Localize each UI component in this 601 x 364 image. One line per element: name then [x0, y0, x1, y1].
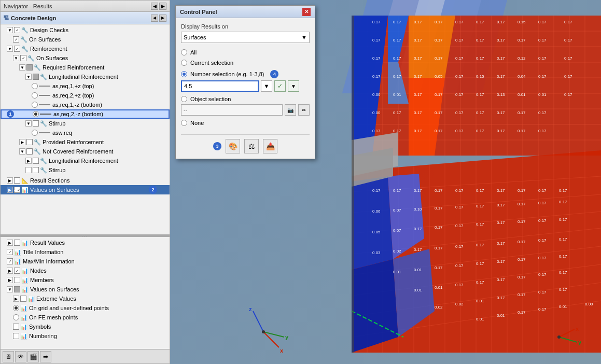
maxmin-info-item[interactable]: 📊 Max/Min Information: [1, 257, 170, 266]
title-info-item[interactable]: 📊 Title Information: [1, 247, 170, 257]
result-sections-item[interactable]: ▶ 📐 Result Sections: [1, 176, 170, 185]
longitudinal-reinf-checkbox[interactable]: [33, 74, 39, 80]
design-checks-item[interactable]: ▼ 🔧 Design Checks: [1, 25, 170, 35]
longitudinal-reinf-item[interactable]: ▼ 🔧 Longitudinal Reinforcement: [1, 72, 170, 81]
surfaces-dropdown[interactable]: Surfaces ▼: [181, 32, 310, 43]
expand-nc-longitudinal[interactable]: ▶: [25, 158, 32, 164]
expand-not-covered-reinf[interactable]: ▼: [19, 148, 25, 155]
expand-stirrup[interactable]: ▼: [25, 120, 32, 127]
nav-expand-button[interactable]: ▶: [159, 3, 166, 10]
numbering-item[interactable]: 📊 Numbering: [1, 331, 170, 341]
stirrup-checkbox[interactable]: [33, 120, 39, 127]
values-surfaces-2-item[interactable]: ▼ 📊 Values on Surfaces: [1, 285, 170, 294]
values-surfaces-2-checkbox[interactable]: [14, 286, 20, 292]
toolbar-arrow-button[interactable]: ➡: [40, 351, 51, 362]
result-values-checkbox[interactable]: [14, 240, 20, 246]
nc-stirrup-item[interactable]: 🔧 Stirrup: [1, 165, 170, 175]
radio-object-input[interactable]: [181, 96, 187, 102]
not-covered-reinf-item[interactable]: ▼ 🔧 Not Covered Reinforcement: [1, 147, 170, 156]
design-on-surfaces-item[interactable]: 🔧 On Surfaces: [1, 35, 170, 44]
result-sections-checkbox[interactable]: [14, 177, 20, 184]
as-req-2-bottom-item[interactable]: as,req,2,-z (bottom) 1: [1, 109, 170, 119]
values-surfaces-checkbox[interactable]: ✓: [14, 187, 20, 193]
expand-provided-reinf[interactable]: ▶: [19, 139, 25, 145]
expand-required-reinf[interactable]: ▼: [19, 64, 25, 71]
as-req-2-bottom-radio[interactable]: [33, 111, 39, 117]
confirm-dropdown-button[interactable]: ▼: [288, 80, 299, 92]
reinforcement-checkbox[interactable]: [14, 46, 20, 52]
number-input[interactable]: [181, 80, 259, 92]
symbols-checkbox[interactable]: [13, 324, 19, 330]
toolbar-display-button[interactable]: 🖥: [3, 351, 14, 362]
object-select-btn-2[interactable]: ✏: [298, 104, 310, 116]
required-reinf-item[interactable]: ▼ 🔧 Required Reinforcement: [1, 63, 170, 72]
expand-longitudinal-reinf[interactable]: ▼: [25, 74, 32, 80]
required-reinf-checkbox[interactable]: [26, 64, 33, 71]
radio-current-input[interactable]: [181, 60, 187, 66]
extreme-values-checkbox[interactable]: [20, 296, 26, 302]
nodes-item[interactable]: ▶ 📊 Nodes: [1, 266, 170, 275]
symbols-item[interactable]: 📊 Symbols: [1, 322, 170, 331]
values-on-surfaces-item[interactable]: ▶ ✓ 📊 Values on Surfaces 2: [1, 185, 170, 194]
close-button[interactable]: ✕: [302, 8, 311, 16]
expand-nodes[interactable]: ▶: [7, 268, 13, 274]
on-grid-radio[interactable]: [13, 305, 19, 311]
on-grid-points-item[interactable]: 📊 On grid and user-defined points: [1, 303, 170, 313]
asw-req-radio[interactable]: [32, 130, 38, 136]
extreme-values-item[interactable]: ▶ 📊 Extreme Values: [1, 294, 170, 303]
number-input-dropdown[interactable]: ▼: [261, 80, 272, 92]
expand-extreme-values[interactable]: ▶: [13, 296, 19, 302]
expand-result-values[interactable]: ▶: [7, 240, 13, 246]
expand-design-checks[interactable]: ▼: [7, 27, 13, 33]
on-fe-mesh-item[interactable]: 📊 On FE mesh points: [1, 313, 170, 322]
as-req-1-bottom-item[interactable]: as,req,1,-z (bottom): [1, 100, 170, 109]
radio-all-item[interactable]: All: [181, 49, 310, 55]
chevron-left-button[interactable]: ◀: [151, 15, 158, 22]
chevron-right-button[interactable]: ▶: [159, 15, 166, 22]
not-covered-reinf-checkbox[interactable]: [26, 148, 33, 155]
toolbar-eye-button[interactable]: 👁: [15, 351, 26, 362]
radio-none-input[interactable]: [181, 120, 187, 126]
nc-longitudinal-item[interactable]: ▶ 🔧 Longitudinal Reinforcement: [1, 156, 170, 165]
design-surfaces-checkbox[interactable]: [13, 36, 19, 43]
design-checks-checkbox[interactable]: [14, 27, 20, 33]
expand-values-surfaces[interactable]: ▶: [7, 187, 13, 193]
nc-longitudinal-checkbox[interactable]: [33, 158, 39, 164]
as-req-1-top-radio[interactable]: [32, 83, 38, 89]
maxmin-info-checkbox[interactable]: [7, 258, 13, 264]
expand-nc-stirrup[interactable]: [25, 167, 32, 173]
asw-req-item[interactable]: asw,req: [1, 128, 170, 137]
title-info-checkbox[interactable]: [7, 249, 13, 255]
object-dropdown[interactable]: --: [181, 104, 283, 116]
expand-values-surfaces-2[interactable]: ▼: [7, 286, 13, 292]
as-req-1-bottom-radio[interactable]: [32, 102, 38, 108]
radio-none-item[interactable]: None: [181, 120, 310, 126]
object-select-btn-1[interactable]: 📷: [285, 104, 296, 116]
reinf-surfaces-checkbox[interactable]: [20, 55, 26, 61]
nodes-checkbox[interactable]: [14, 268, 20, 274]
palette-footer-button[interactable]: 🎨: [226, 139, 240, 153]
expand-reinf-surfaces[interactable]: ▼: [13, 55, 19, 61]
export-footer-button[interactable]: 📤: [263, 139, 277, 153]
on-fe-radio[interactable]: [13, 314, 19, 320]
radio-number-item[interactable]: Number selection (e.g. 1-3,8) 4: [181, 70, 310, 78]
expand-reinforcement[interactable]: ▼: [7, 46, 13, 52]
nc-stirrup-checkbox[interactable]: [33, 167, 39, 173]
radio-all-input[interactable]: [181, 49, 187, 55]
reinforcement-item[interactable]: ▼ 🔧 Reinforcement: [1, 44, 170, 53]
reinf-on-surfaces-item[interactable]: ▼ 🔧 On Surfaces: [1, 53, 170, 63]
as-req-2-top-radio[interactable]: [32, 92, 38, 99]
provided-reinf-item[interactable]: ▶ 🔧 Provided Reinforcement: [1, 137, 170, 147]
result-values-item[interactable]: ▶ 📊 Result Values: [1, 238, 170, 247]
expand-result-sections[interactable]: ▶: [7, 177, 13, 184]
radio-current-item[interactable]: Current selection: [181, 60, 310, 66]
radio-number-input[interactable]: [181, 71, 187, 77]
nav-pin-button[interactable]: ◀: [151, 3, 158, 10]
confirm-button[interactable]: ✓: [274, 80, 286, 92]
radio-object-item[interactable]: Object selection: [181, 96, 310, 102]
members-checkbox[interactable]: [14, 277, 20, 283]
stirrup-item[interactable]: ▼ 🔧 Stirrup: [1, 119, 170, 128]
expand-members[interactable]: ▶: [7, 277, 13, 283]
members-item[interactable]: ▶ 📊 Members: [1, 275, 170, 285]
balance-footer-button[interactable]: ⚖: [244, 139, 259, 153]
